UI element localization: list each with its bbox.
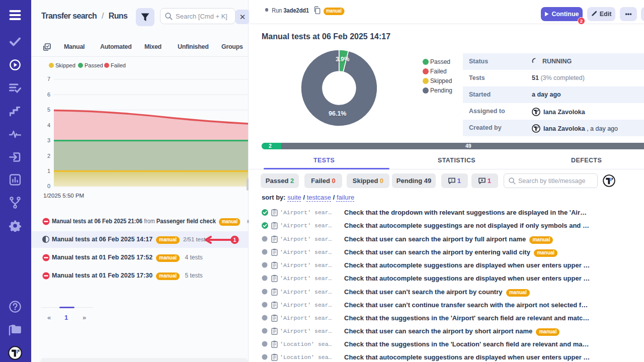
svg-text:1: 1 [233, 237, 236, 243]
